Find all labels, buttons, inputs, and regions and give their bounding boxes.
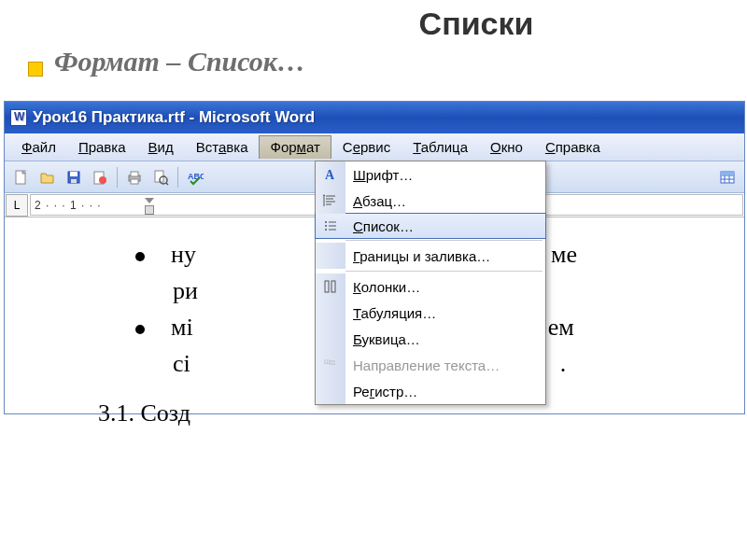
- svg-point-26: [325, 225, 327, 227]
- spellcheck-button[interactable]: ABC: [184, 166, 206, 189]
- dropdown-item-columns[interactable]: Колонки…: [316, 273, 545, 300]
- menu-tools[interactable]: Сервис: [331, 135, 402, 159]
- doc-text: ем: [548, 314, 574, 341]
- doc-text: мі: [171, 314, 193, 341]
- dropdown-item-textdir[interactable]: Ш Направление текста…: [316, 352, 545, 378]
- doc-text: 3.1. Созд: [98, 399, 190, 427]
- dropdown-item-borders[interactable]: Границы и заливка…: [316, 243, 545, 269]
- menu-table[interactable]: Таблица: [402, 135, 479, 159]
- dropcap-icon: [316, 326, 345, 352]
- new-doc-button[interactable]: [10, 166, 33, 189]
- open-button[interactable]: [36, 166, 59, 189]
- dropdown-item-tabs[interactable]: Табуляция…: [316, 300, 545, 326]
- dropdown-item-font[interactable]: A Шрифт…: [316, 161, 545, 188]
- print-button[interactable]: [123, 166, 146, 189]
- doc-text: ме: [551, 241, 577, 268]
- tabs-icon: [316, 300, 345, 326]
- slide-bullet-icon: [28, 62, 43, 77]
- save-button[interactable]: [63, 166, 85, 189]
- text-direction-icon: Ш: [316, 352, 345, 378]
- titlebar: Урок16 Практика.rtf - Microsoft Word: [5, 102, 744, 133]
- menu-edit[interactable]: Правка: [67, 135, 137, 159]
- svg-rect-8: [131, 179, 138, 184]
- dropdown-item-paragraph[interactable]: Абзац…: [316, 188, 545, 214]
- svg-line-11: [166, 183, 168, 185]
- bullet-icon: [135, 252, 145, 261]
- word-doc-icon: [10, 109, 27, 126]
- svg-rect-2: [70, 172, 78, 176]
- toolbar-separator: [177, 167, 178, 188]
- table-insert-button[interactable]: [716, 166, 739, 189]
- svg-text:A: A: [325, 168, 335, 182]
- window-title: Урок16 Практика.rtf - Microsoft Word: [33, 108, 315, 127]
- doc-text: ри: [173, 277, 198, 304]
- slide-title: Списки: [0, 0, 747, 46]
- menu-help[interactable]: Справка: [534, 135, 612, 159]
- permission-button[interactable]: [89, 166, 111, 189]
- menu-window[interactable]: Окно: [479, 135, 534, 159]
- dropdown-separator: [345, 240, 543, 241]
- svg-point-24: [325, 221, 327, 223]
- doc-text: ну: [171, 241, 196, 268]
- doc-text: сі: [173, 350, 190, 377]
- menu-insert[interactable]: Вставка: [185, 135, 260, 159]
- paragraph-icon: [316, 188, 345, 214]
- doc-text: .: [560, 350, 567, 377]
- dropdown-item-dropcap[interactable]: Буквица…: [316, 326, 545, 352]
- dropdown-item-list[interactable]: Список…: [315, 213, 546, 239]
- toolbar-separator: [117, 167, 118, 188]
- menu-file[interactable]: Файл: [10, 135, 67, 159]
- dropdown-item-register[interactable]: Регистр…: [316, 378, 545, 404]
- bullet-icon: [135, 325, 145, 334]
- svg-rect-30: [325, 281, 329, 292]
- format-dropdown: A Шрифт… Абзац… Список… Границы и заливк…: [315, 161, 546, 405]
- menubar: Файл Правка Вид Вставка Формат Сервис Та…: [5, 133, 744, 161]
- list-icon: [316, 214, 345, 238]
- tab-selector[interactable]: L: [6, 194, 28, 217]
- svg-rect-31: [331, 281, 335, 292]
- borders-icon: [316, 243, 345, 269]
- svg-point-28: [325, 229, 327, 231]
- font-icon: A: [316, 161, 345, 188]
- dropdown-separator: [345, 271, 543, 272]
- menu-format[interactable]: Формат: [259, 135, 331, 159]
- columns-icon: [316, 273, 345, 300]
- menu-view[interactable]: Вид: [137, 135, 185, 159]
- svg-rect-18: [721, 172, 734, 175]
- ruler-scale: 2 · · · 1 · · ·: [35, 199, 102, 212]
- print-preview-button[interactable]: [149, 166, 172, 189]
- svg-rect-7: [131, 172, 138, 176]
- indent-marker-icon[interactable]: [145, 198, 154, 215]
- svg-text:Ш: Ш: [324, 358, 330, 365]
- slide-subtitle: Формат – Список…: [0, 46, 747, 77]
- svg-text:ABC: ABC: [188, 172, 204, 181]
- svg-rect-3: [71, 179, 77, 183]
- svg-point-5: [99, 176, 106, 184]
- case-icon: [316, 378, 345, 404]
